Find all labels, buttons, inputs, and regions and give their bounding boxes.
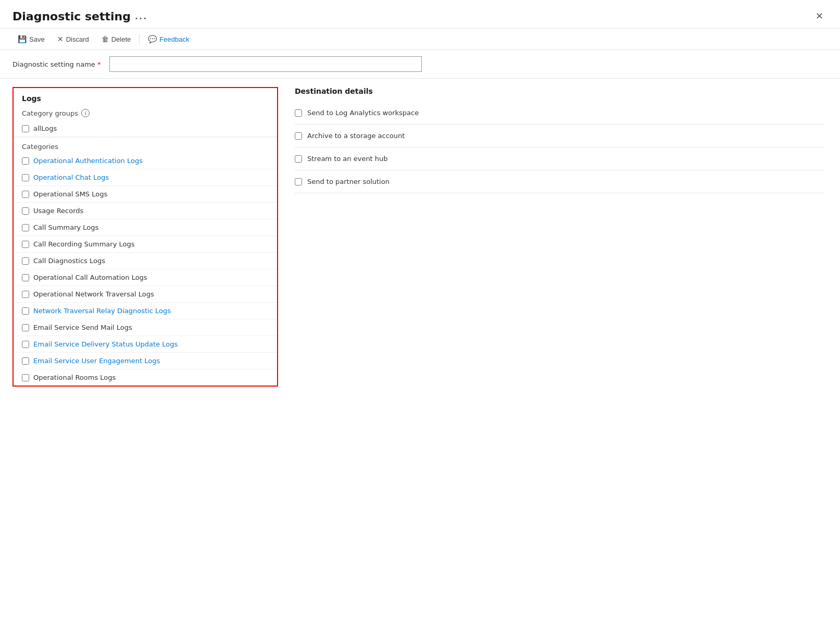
category-checkbox[interactable] bbox=[22, 241, 29, 248]
destination-label: Send to Log Analytics workspace bbox=[307, 109, 419, 117]
discard-button[interactable]: ✕ Discard bbox=[52, 33, 94, 45]
category-label: Operational Rooms Logs bbox=[33, 374, 116, 381]
toolbar-separator bbox=[139, 34, 140, 44]
category-checkbox[interactable] bbox=[22, 257, 29, 265]
category-checkbox[interactable] bbox=[22, 207, 29, 215]
category-groups-label: Category groups i bbox=[14, 107, 277, 120]
save-icon: 💾 bbox=[18, 35, 27, 43]
category-label: Call Summary Logs bbox=[33, 224, 98, 231]
category-checkbox[interactable] bbox=[22, 174, 29, 181]
category-row: Call Recording Summary Logs bbox=[14, 236, 277, 253]
destination-checkbox[interactable] bbox=[295, 178, 302, 185]
page-header: Diagnostic setting ... ✕ bbox=[0, 0, 840, 29]
discard-label: Discard bbox=[66, 35, 89, 43]
category-row: Operational Rooms Logs bbox=[14, 369, 277, 386]
save-button[interactable]: 💾 Save bbox=[12, 33, 50, 45]
category-row: Call Summary Logs bbox=[14, 219, 277, 236]
category-row: Email Service User Engagement Logs bbox=[14, 353, 277, 369]
category-label: Call Diagnostics Logs bbox=[33, 257, 105, 265]
category-label: Operational Authentication Logs bbox=[33, 157, 143, 165]
delete-button[interactable]: 🗑 Delete bbox=[96, 33, 136, 45]
setting-name-label: Diagnostic setting name * bbox=[12, 60, 101, 68]
destination-checkbox[interactable] bbox=[295, 109, 302, 117]
category-label: Network Traversal Relay Diagnostic Logs bbox=[33, 307, 171, 315]
logs-panel: Logs Category groups i allLogs Categorie… bbox=[12, 87, 278, 387]
category-checkbox[interactable] bbox=[22, 191, 29, 198]
category-checkbox[interactable] bbox=[22, 291, 29, 298]
info-icon: i bbox=[81, 109, 90, 117]
category-label: Operational Network Traversal Logs bbox=[33, 290, 154, 298]
categories-list: Operational Authentication LogsOperation… bbox=[14, 153, 277, 386]
category-checkbox[interactable] bbox=[22, 224, 29, 231]
category-label: Usage Records bbox=[33, 207, 83, 215]
destination-label: Archive to a storage account bbox=[307, 132, 405, 140]
destination-header: Destination details bbox=[295, 87, 823, 95]
category-label: Email Service User Engagement Logs bbox=[33, 357, 160, 365]
setting-name-row: Diagnostic setting name * bbox=[0, 50, 840, 79]
category-row: Network Traversal Relay Diagnostic Logs bbox=[14, 303, 277, 319]
categories-label: Categories bbox=[14, 137, 277, 153]
save-label: Save bbox=[29, 35, 45, 43]
category-checkbox[interactable] bbox=[22, 357, 29, 365]
category-label: Call Recording Summary Logs bbox=[33, 240, 135, 248]
category-row: Email Service Delivery Status Update Log… bbox=[14, 336, 277, 353]
destination-row: Send to Log Analytics workspace bbox=[295, 102, 823, 125]
category-checkbox[interactable] bbox=[22, 374, 29, 381]
category-row: Email Service Send Mail Logs bbox=[14, 319, 277, 336]
category-row: Operational SMS Logs bbox=[14, 186, 277, 203]
setting-name-input[interactable] bbox=[109, 56, 422, 72]
discard-icon: ✕ bbox=[57, 35, 64, 43]
page-title: Diagnostic setting ... bbox=[12, 10, 147, 23]
category-checkbox[interactable] bbox=[22, 324, 29, 331]
category-checkbox[interactable] bbox=[22, 307, 29, 315]
logs-panel-header: Logs bbox=[14, 88, 277, 107]
destination-row: Archive to a storage account bbox=[295, 125, 823, 147]
page-title-text: Diagnostic setting bbox=[12, 10, 131, 23]
category-label: Email Service Send Mail Logs bbox=[33, 324, 132, 331]
page-container: Diagnostic setting ... ✕ 💾 Save ✕ Discar… bbox=[0, 0, 840, 620]
destination-label: Send to partner solution bbox=[307, 178, 390, 185]
destination-checkbox[interactable] bbox=[295, 132, 302, 140]
close-button[interactable]: ✕ bbox=[811, 8, 828, 24]
category-checkbox[interactable] bbox=[22, 274, 29, 281]
category-row: Operational Authentication Logs bbox=[14, 153, 277, 169]
feedback-label: Feedback bbox=[159, 35, 189, 43]
category-checkbox[interactable] bbox=[22, 157, 29, 165]
destination-row: Send to partner solution bbox=[295, 170, 823, 193]
destination-checkbox[interactable] bbox=[295, 155, 302, 163]
all-logs-checkbox[interactable] bbox=[22, 125, 29, 132]
category-checkbox[interactable] bbox=[22, 341, 29, 348]
required-star: * bbox=[97, 60, 101, 68]
category-row: Call Diagnostics Logs bbox=[14, 253, 277, 269]
category-label: Operational SMS Logs bbox=[33, 190, 107, 198]
category-row: Operational Network Traversal Logs bbox=[14, 286, 277, 303]
category-label: Email Service Delivery Status Update Log… bbox=[33, 340, 178, 348]
all-logs-row: allLogs bbox=[14, 120, 277, 137]
category-label: Operational Chat Logs bbox=[33, 173, 109, 181]
category-row: Usage Records bbox=[14, 203, 277, 219]
destination-panel: Destination details Send to Log Analytic… bbox=[278, 79, 840, 395]
delete-icon: 🗑 bbox=[102, 35, 109, 43]
feedback-button[interactable]: 💬 Feedback bbox=[143, 33, 194, 45]
category-row: Operational Call Automation Logs bbox=[14, 269, 277, 286]
title-ellipsis: ... bbox=[135, 11, 147, 21]
destination-row: Stream to an event hub bbox=[295, 147, 823, 170]
feedback-icon: 💬 bbox=[148, 35, 157, 43]
toolbar: 💾 Save ✕ Discard 🗑 Delete 💬 Feedback bbox=[0, 29, 840, 50]
destination-label: Stream to an event hub bbox=[307, 155, 388, 163]
category-label: Operational Call Automation Logs bbox=[33, 274, 147, 281]
all-logs-label: allLogs bbox=[33, 125, 57, 132]
category-row: Operational Chat Logs bbox=[14, 169, 277, 186]
main-content: Logs Category groups i allLogs Categorie… bbox=[0, 79, 840, 395]
delete-label: Delete bbox=[111, 35, 131, 43]
destination-list: Send to Log Analytics workspaceArchive t… bbox=[295, 102, 823, 193]
